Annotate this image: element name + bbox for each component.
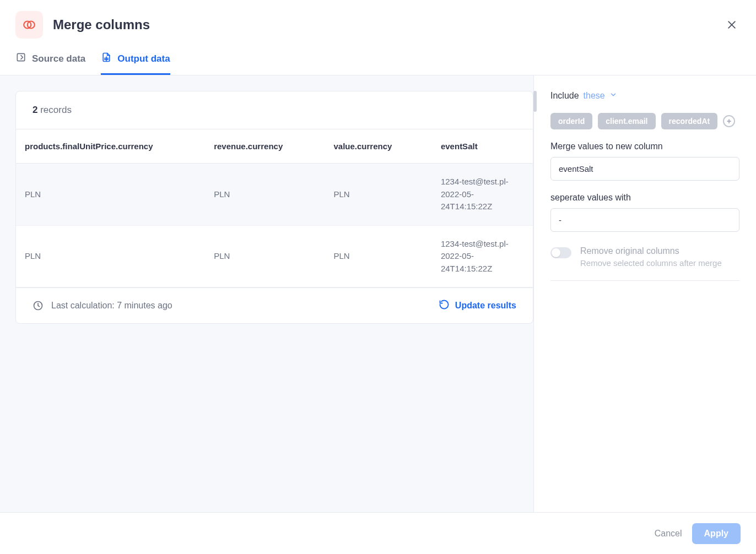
last-calculation-text: Last calculation: 7 minutes ago [51, 301, 431, 311]
tab-source-data[interactable]: Source data [15, 52, 85, 75]
svg-rect-4 [17, 53, 24, 61]
source-data-icon [15, 52, 26, 66]
merge-columns-icon [15, 11, 43, 39]
include-label: Include [550, 91, 579, 101]
chip[interactable]: recordedAt [661, 113, 718, 129]
include-mode-dropdown[interactable]: these [584, 91, 617, 101]
update-results-button[interactable]: Update results [439, 299, 516, 312]
cell: PLN [205, 225, 325, 287]
table-row: PLN PLN PLN 1234-test@test.pl-2022-05-24… [16, 225, 533, 287]
output-table: products.finalUnitPrice.currency revenue… [16, 129, 533, 287]
cell: PLN [325, 164, 431, 226]
cell: PLN [205, 164, 325, 226]
tab-output-data[interactable]: Output data [101, 52, 170, 75]
table-row: PLN PLN PLN 1234-test@test.pl-2022-05-24… [16, 164, 533, 226]
cell: 1234-test@test.pl-2022-05-24T14:15:22Z [432, 225, 533, 287]
cell: 1234-test@test.pl-2022-05-24T14:15:22Z [432, 164, 533, 226]
cell: PLN [325, 225, 431, 287]
new-column-name-input[interactable] [550, 157, 739, 181]
results-card: 2 records products.finalUnitPrice.curren… [15, 91, 533, 324]
dialog-footer: Cancel Apply [0, 512, 756, 554]
column-header[interactable]: eventSalt [432, 129, 533, 164]
chip[interactable]: orderId [550, 113, 592, 129]
chevron-down-icon [609, 91, 617, 101]
remove-original-toggle[interactable] [550, 247, 571, 258]
separator-input[interactable] [550, 208, 739, 232]
include-chips: orderId client.email recordedAt + [550, 113, 739, 129]
column-header[interactable]: products.finalUnitPrice.currency [16, 129, 205, 164]
refresh-icon [439, 299, 450, 312]
add-column-button[interactable]: + [723, 115, 735, 127]
update-results-label: Update results [455, 301, 516, 311]
separator-field-label: seperate values with [550, 193, 739, 203]
apply-button[interactable]: Apply [692, 523, 741, 544]
column-header[interactable]: revenue.currency [205, 129, 325, 164]
main-content: 2 records products.finalUnitPrice.curren… [0, 75, 533, 515]
output-data-icon [101, 52, 112, 66]
merge-field-label: Merge values to new column [550, 142, 739, 151]
cell: PLN [16, 164, 205, 226]
tab-label: Source data [32, 53, 85, 64]
record-count: 2 records [16, 91, 533, 129]
remove-original-label: Remove original columns [580, 246, 722, 256]
chip[interactable]: client.email [598, 113, 655, 129]
clock-icon [33, 300, 44, 311]
cell: PLN [16, 225, 205, 287]
tab-label: Output data [117, 53, 170, 64]
config-sidebar: Include these orderId client.email recor… [533, 75, 756, 515]
column-header[interactable]: value.currency [325, 129, 431, 164]
cancel-button[interactable]: Cancel [655, 529, 682, 539]
remove-original-desc: Remove selected columns after merge [580, 257, 722, 269]
scrollbar-handle[interactable] [533, 91, 537, 112]
page-title: Merge columns [53, 17, 713, 32]
close-button[interactable] [723, 16, 741, 34]
